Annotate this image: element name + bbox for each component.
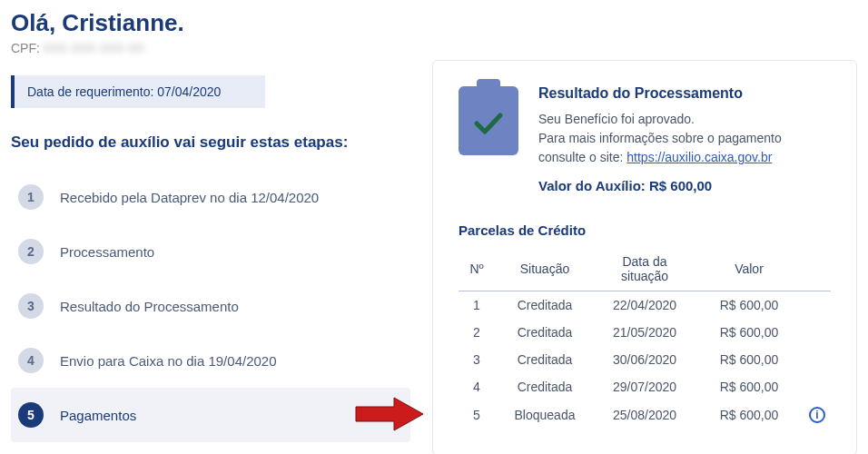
greeting-heading: Olá, Cristianne. <box>11 9 410 37</box>
cell-status: Creditada <box>495 319 595 346</box>
col-date: Data da situação <box>595 247 695 291</box>
cell-status: Bloqueada <box>495 400 595 429</box>
cell-status: Creditada <box>495 346 595 373</box>
cell-value: R$ 600,00 <box>695 400 804 429</box>
cell-num: 4 <box>459 373 495 400</box>
parcelas-title: Parcelas de Crédito <box>459 222 831 238</box>
step-number: 5 <box>18 402 44 428</box>
step-item-2[interactable]: 2Processamento <box>11 224 410 279</box>
step-number: 2 <box>18 239 44 264</box>
cell-value: R$ 600,00 <box>695 291 804 319</box>
step-number: 4 <box>18 348 44 373</box>
cell-num: 1 <box>459 291 495 319</box>
request-date-label: Data de requerimento: <box>27 84 153 99</box>
result-card: Resultado do Processamento Seu Benefício… <box>432 60 857 454</box>
cell-value: R$ 600,00 <box>695 346 804 373</box>
steps-list: 1Recebido pela Dataprev no dia 12/04/202… <box>11 170 410 442</box>
step-label: Resultado do Processamento <box>60 299 239 314</box>
col-value: Valor <box>695 247 804 291</box>
step-label: Processamento <box>60 244 154 260</box>
clipboard-check-icon <box>459 86 518 155</box>
cell-date: 25/08/2020 <box>595 400 695 429</box>
table-row: 3Creditada30/06/2020R$ 600,00 <box>459 346 831 373</box>
result-title: Resultado do Processamento <box>538 83 831 104</box>
cell-date: 29/07/2020 <box>595 373 695 400</box>
step-item-3[interactable]: 3Resultado do Processamento <box>11 279 410 333</box>
cell-date: 30/06/2020 <box>595 346 695 373</box>
table-row: 2Creditada21/05/2020R$ 600,00 <box>459 319 831 346</box>
table-row: 5Bloqueada25/08/2020R$ 600,00i <box>459 400 831 429</box>
amount-label: Valor do Auxílio: <box>538 178 649 193</box>
result-link[interactable]: https://auxilio.caixa.gov.br <box>626 150 772 164</box>
step-label: Recebido pela Dataprev no dia 12/04/2020 <box>60 190 319 205</box>
table-row: 4Creditada29/07/2020R$ 600,00 <box>459 373 831 400</box>
request-date-box: Data de requerimento: 07/04/2020 <box>11 75 265 108</box>
cell-value: R$ 600,00 <box>695 319 804 346</box>
step-number: 1 <box>18 184 44 210</box>
cell-num: 3 <box>459 346 495 373</box>
parcelas-table: Nº Situação Data da situação Valor 1Cred… <box>459 247 831 429</box>
step-label: Envio para Caixa no dia 19/04/2020 <box>60 353 277 369</box>
step-label: Pagamentos <box>60 408 136 423</box>
cell-num: 5 <box>459 400 495 429</box>
step-number: 3 <box>18 293 44 319</box>
step-item-5[interactable]: 5Pagamentos <box>11 388 410 442</box>
cell-date: 22/04/2020 <box>595 291 695 319</box>
amount-value: R$ 600,00 <box>649 178 712 193</box>
cell-status: Creditada <box>495 291 595 319</box>
cpf-label: CPF: <box>11 41 40 55</box>
highlight-arrow-icon <box>354 396 425 432</box>
cell-status: Creditada <box>495 373 595 400</box>
cell-num: 2 <box>459 319 495 346</box>
col-status: Situação <box>495 247 595 291</box>
result-approved-text: Seu Benefício foi aprovado. <box>538 110 831 129</box>
table-row: 1Creditada22/04/2020R$ 600,00 <box>459 291 831 319</box>
info-icon[interactable]: i <box>809 407 825 423</box>
cell-value: R$ 600,00 <box>695 373 804 400</box>
step-item-4[interactable]: 4Envio para Caixa no dia 19/04/2020 <box>11 333 410 388</box>
request-date-value: 07/04/2020 <box>153 84 221 99</box>
step-item-1[interactable]: 1Recebido pela Dataprev no dia 12/04/202… <box>11 170 410 224</box>
col-num: Nº <box>459 247 495 291</box>
cpf-value: 000.000.000-00 <box>44 41 145 55</box>
steps-heading: Seu pedido de auxílio vai seguir estas e… <box>11 133 410 152</box>
cell-date: 21/05/2020 <box>595 319 695 346</box>
cpf-line: CPF: 000.000.000-00 <box>11 41 410 55</box>
